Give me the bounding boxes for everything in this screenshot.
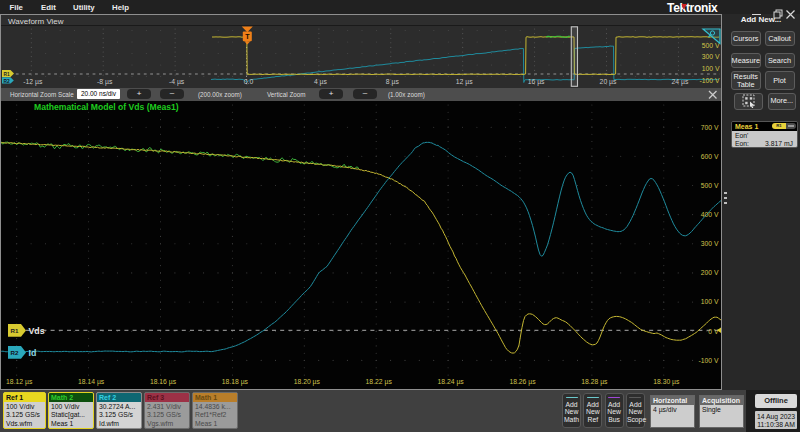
svg-text:R2: R2	[3, 79, 9, 84]
svg-text:18.20 µs: 18.20 µs	[294, 378, 321, 386]
svg-text:18.24 µs: 18.24 µs	[437, 378, 464, 386]
svg-text:0.0: 0.0	[244, 78, 254, 85]
svg-text:400 V: 400 V	[701, 211, 719, 218]
svg-text:500 V: 500 V	[702, 42, 720, 49]
svg-text:T: T	[245, 32, 250, 41]
svg-text:20 µs: 20 µs	[600, 78, 617, 86]
svg-text:18.28 µs: 18.28 µs	[581, 378, 608, 386]
svg-text:300 V: 300 V	[702, 53, 720, 60]
svg-text:18.22 µs: 18.22 µs	[366, 378, 393, 386]
svg-text:0 V: 0 V	[708, 328, 719, 335]
svg-text:R1: R1	[3, 72, 9, 77]
svg-text:100 V: 100 V	[702, 65, 720, 72]
svg-text:12 µs: 12 µs	[456, 78, 473, 86]
svg-text:18.18 µs: 18.18 µs	[222, 378, 249, 386]
svg-text:18.14 µs: 18.14 µs	[78, 378, 105, 386]
svg-text:R2: R2	[11, 349, 19, 356]
svg-text:Id: Id	[29, 348, 37, 358]
svg-text:18.12 µs: 18.12 µs	[6, 378, 33, 386]
svg-text:24 µs: 24 µs	[672, 78, 689, 86]
svg-text:-100 V: -100 V	[698, 357, 718, 364]
svg-text:-12 µs: -12 µs	[23, 78, 43, 86]
svg-text:18.16 µs: 18.16 µs	[150, 378, 177, 386]
svg-text:200 V: 200 V	[701, 269, 719, 276]
svg-text:18.30 µs: 18.30 µs	[653, 378, 680, 386]
svg-text:8 µs: 8 µs	[386, 78, 400, 86]
svg-text:-100 V: -100 V	[699, 77, 719, 84]
svg-text:100 V: 100 V	[701, 298, 719, 305]
svg-text:R1: R1	[11, 327, 19, 334]
svg-text:-4 µs: -4 µs	[169, 78, 185, 86]
svg-text:Vds: Vds	[29, 326, 45, 336]
svg-text:16 µs: 16 µs	[528, 78, 545, 86]
svg-text:18.26 µs: 18.26 µs	[509, 378, 536, 386]
svg-text:600 V: 600 V	[701, 153, 719, 160]
svg-text:4 µs: 4 µs	[314, 78, 328, 86]
svg-text:500 V: 500 V	[701, 182, 719, 189]
svg-text:700 V: 700 V	[701, 124, 719, 131]
svg-text:-8 µs: -8 µs	[97, 78, 113, 86]
svg-text:300 V: 300 V	[701, 240, 719, 247]
